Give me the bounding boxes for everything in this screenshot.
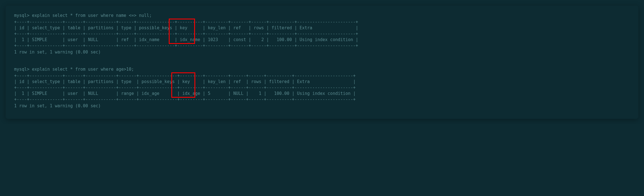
table-header-2: | id | select_type | table | partitions … — [14, 79, 630, 85]
table-border-mid-2: +----+-------------+-------+------------… — [14, 85, 630, 91]
terminal-window: mysql> explain select * from user where … — [6, 6, 638, 119]
spacer — [14, 58, 630, 66]
table-border-mid-1: +----+-------------+-------+------------… — [14, 31, 630, 37]
mysql-prompt: mysql> — [14, 13, 29, 18]
query-command-1: explain select * from user where name <=… — [32, 13, 152, 18]
result-line-1: 1 row in set, 1 warning (0.00 sec) — [14, 49, 630, 55]
table-row-2: | 1 | SIMPLE | user | NULL | range | idx… — [14, 91, 630, 97]
result-line-2: 1 row in set, 1 warning (0.00 sec) — [14, 103, 630, 109]
prompt-line-1: mysql> explain select * from user where … — [14, 13, 630, 19]
table-border-top-1: +----+-------------+-------+------------… — [14, 19, 630, 25]
query-block-1: mysql> explain select * from user where … — [14, 13, 630, 55]
prompt-line-2: mysql> explain select * from user where … — [14, 66, 630, 72]
table-row-1: | 1 | SIMPLE | user | NULL | ref | idx_n… — [14, 37, 630, 43]
mysql-prompt: mysql> — [14, 67, 29, 72]
query-block-2: mysql> explain select * from user where … — [14, 66, 630, 109]
table-header-1: | id | select_type | table | partitions … — [14, 25, 630, 31]
table-border-bot-2: +----+-------------+-------+------------… — [14, 97, 630, 103]
table-border-bot-1: +----+-------------+-------+------------… — [14, 43, 630, 49]
query-command-2: explain select * from user where age>10; — [32, 67, 134, 72]
table-border-top-2: +----+-------------+-------+------------… — [14, 73, 630, 79]
